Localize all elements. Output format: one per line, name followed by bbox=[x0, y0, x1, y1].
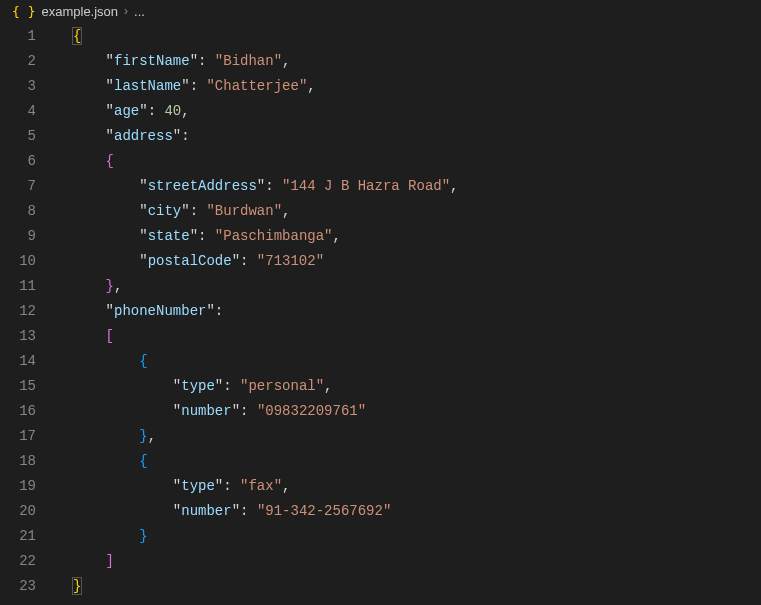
code-area[interactable]: { "firstName": "Bidhan", "lastName": "Ch… bbox=[56, 22, 761, 605]
json-string: 91-342-2567692 bbox=[265, 503, 383, 519]
json-string: 09832209761 bbox=[265, 403, 357, 419]
line-number: 17 bbox=[0, 424, 56, 449]
line-number: 14 bbox=[0, 349, 56, 374]
code-line[interactable]: "address": bbox=[72, 124, 761, 149]
breadcrumb-file[interactable]: example.json bbox=[41, 4, 118, 19]
json-key: state bbox=[148, 228, 190, 244]
json-key: phoneNumber bbox=[114, 303, 206, 319]
code-line[interactable]: "streetAddress": "144 J B Hazra Road", bbox=[72, 174, 761, 199]
json-string: personal bbox=[248, 378, 315, 394]
line-number: 3 bbox=[0, 74, 56, 99]
brace-close: } bbox=[106, 278, 114, 294]
line-number: 2 bbox=[0, 49, 56, 74]
json-number: 40 bbox=[164, 103, 181, 119]
brace-open: { bbox=[139, 353, 147, 369]
code-editor[interactable]: 1 2 3 4 5 6 7 8 9 10 11 12 13 14 15 16 1… bbox=[0, 22, 761, 605]
brace-close: } bbox=[72, 577, 82, 595]
line-number-gutter: 1 2 3 4 5 6 7 8 9 10 11 12 13 14 15 16 1… bbox=[0, 22, 56, 605]
code-line[interactable]: "state": "Paschimbanga", bbox=[72, 224, 761, 249]
line-number: 13 bbox=[0, 324, 56, 349]
brace-close: } bbox=[139, 428, 147, 444]
bracket-close: ] bbox=[106, 553, 114, 569]
line-number: 12 bbox=[0, 299, 56, 324]
json-key: postalCode bbox=[148, 253, 232, 269]
line-number: 4 bbox=[0, 99, 56, 124]
json-key: city bbox=[148, 203, 182, 219]
json-string: Burdwan bbox=[215, 203, 274, 219]
code-line[interactable]: "lastName": "Chatterjee", bbox=[72, 74, 761, 99]
line-number: 15 bbox=[0, 374, 56, 399]
line-number: 11 bbox=[0, 274, 56, 299]
json-string: Chatterjee bbox=[215, 78, 299, 94]
chevron-right-icon: › bbox=[124, 4, 128, 18]
brace-open: { bbox=[106, 153, 114, 169]
json-string: fax bbox=[248, 478, 273, 494]
bracket-open: [ bbox=[106, 328, 114, 344]
code-line[interactable]: }, bbox=[72, 274, 761, 299]
json-key: firstName bbox=[114, 53, 190, 69]
brace-open: { bbox=[72, 27, 82, 45]
code-line[interactable]: "city": "Burdwan", bbox=[72, 199, 761, 224]
code-line[interactable]: { bbox=[72, 349, 761, 374]
brace-open: { bbox=[139, 453, 147, 469]
json-string: 144 J B Hazra Road bbox=[290, 178, 441, 194]
code-line[interactable]: "type": "fax", bbox=[72, 474, 761, 499]
line-number: 23 bbox=[0, 574, 56, 599]
code-line[interactable]: "type": "personal", bbox=[72, 374, 761, 399]
code-line[interactable]: { bbox=[72, 24, 761, 49]
breadcrumb[interactable]: { } example.json › ... bbox=[0, 0, 761, 22]
line-number: 9 bbox=[0, 224, 56, 249]
code-line[interactable]: "phoneNumber": bbox=[72, 299, 761, 324]
line-number: 10 bbox=[0, 249, 56, 274]
code-line[interactable]: { bbox=[72, 149, 761, 174]
line-number: 22 bbox=[0, 549, 56, 574]
json-file-icon: { } bbox=[12, 4, 35, 19]
json-key: number bbox=[181, 403, 231, 419]
code-line[interactable]: ] bbox=[72, 549, 761, 574]
json-string: 713102 bbox=[265, 253, 315, 269]
line-number: 16 bbox=[0, 399, 56, 424]
brace-close: } bbox=[139, 528, 147, 544]
json-string: Bidhan bbox=[223, 53, 273, 69]
json-key: address bbox=[114, 128, 173, 144]
json-key: age bbox=[114, 103, 139, 119]
code-line[interactable]: }, bbox=[72, 424, 761, 449]
code-line[interactable]: [ bbox=[72, 324, 761, 349]
line-number: 1 bbox=[0, 24, 56, 49]
code-line[interactable]: "number": "91-342-2567692" bbox=[72, 499, 761, 524]
code-line[interactable]: "age": 40, bbox=[72, 99, 761, 124]
json-key: type bbox=[181, 478, 215, 494]
code-line[interactable]: "number": "09832209761" bbox=[72, 399, 761, 424]
json-string: Paschimbanga bbox=[223, 228, 324, 244]
line-number: 6 bbox=[0, 149, 56, 174]
line-number: 8 bbox=[0, 199, 56, 224]
line-number: 5 bbox=[0, 124, 56, 149]
json-key: streetAddress bbox=[148, 178, 257, 194]
line-number: 20 bbox=[0, 499, 56, 524]
line-number: 21 bbox=[0, 524, 56, 549]
breadcrumb-rest[interactable]: ... bbox=[134, 4, 145, 19]
code-line[interactable]: "firstName": "Bidhan", bbox=[72, 49, 761, 74]
code-line[interactable]: } bbox=[72, 574, 761, 599]
json-key: lastName bbox=[114, 78, 181, 94]
code-line[interactable]: { bbox=[72, 449, 761, 474]
line-number: 7 bbox=[0, 174, 56, 199]
code-line[interactable]: "postalCode": "713102" bbox=[72, 249, 761, 274]
code-line[interactable]: } bbox=[72, 524, 761, 549]
json-key: type bbox=[181, 378, 215, 394]
json-key: number bbox=[181, 503, 231, 519]
line-number: 19 bbox=[0, 474, 56, 499]
line-number: 18 bbox=[0, 449, 56, 474]
